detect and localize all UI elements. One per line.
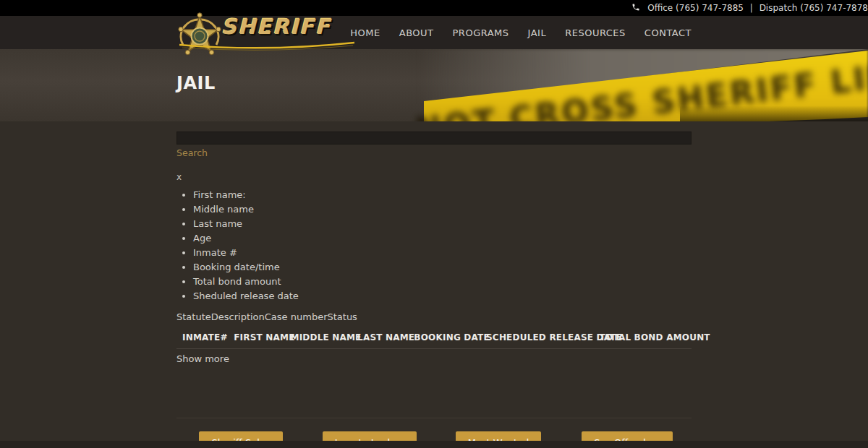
nav-item[interactable]: ABOUT	[399, 27, 434, 38]
nav-item[interactable]: JAIL	[528, 27, 547, 38]
table-header-cell: SCHEDULED RELEASE DATE	[480, 329, 594, 349]
table-header-cell: FIRST NAME	[228, 329, 284, 349]
table-header-cell: BOOKING DATE	[408, 329, 480, 349]
filter-field-item: Booking date/time	[193, 262, 692, 272]
site-header: SHERIFF HOME ABOUT PROGRAMS JAIL RESOURC…	[0, 16, 868, 49]
page-title: JAIL	[176, 73, 216, 93]
filter-field-item: First name:	[193, 190, 692, 199]
filter-field-list: First name: Middle name Last name Age In…	[176, 190, 692, 301]
table-header-cell: INMATE#	[176, 329, 228, 349]
close-x-link[interactable]: x	[176, 172, 185, 182]
phone-separator: |	[750, 3, 753, 13]
nav-item[interactable]: HOME	[350, 27, 380, 38]
show-more-link[interactable]: Show more	[176, 353, 229, 364]
table-header-row: INMATE# FIRST NAME MIDDLE NAME LAST NAME…	[176, 329, 692, 349]
hero-shadow	[680, 105, 868, 121]
sheriff-wordmark: SHERIFF	[221, 14, 331, 39]
filter-field-item: Inmate #	[193, 248, 692, 257]
sheriff-logo[interactable]: SHERIFF	[174, 7, 354, 65]
nav-item[interactable]: PROGRAMS	[453, 27, 509, 38]
search-link[interactable]: Search	[176, 147, 208, 158]
office-phone: Office (765) 747-7885	[647, 3, 744, 13]
filter-field-item: Sheduled release date	[193, 291, 692, 301]
footer-strip	[0, 441, 868, 448]
filter-field-item: Middle name	[193, 204, 692, 214]
inmate-table: INMATE# FIRST NAME MIDDLE NAME LAST NAME…	[176, 329, 692, 349]
filter-field-item: Total bond amount	[193, 277, 692, 286]
table-header-cell: LAST NAME	[352, 329, 408, 349]
section-divider	[176, 418, 692, 418]
search-input[interactable]	[176, 132, 692, 145]
table-header-cell: TOTAL BOND AMOUNT	[594, 329, 692, 349]
hero-banner: NOT CROSS SHERIFF LINE JAIL	[0, 49, 868, 121]
dispatch-phone: Dispatch (765) 747-7878	[760, 3, 868, 13]
nav-item[interactable]: CONTACT	[644, 27, 692, 38]
table-header-cell: MIDDLE NAME	[285, 329, 352, 349]
nav-item[interactable]: RESOURCES	[565, 27, 626, 38]
phone-icon	[631, 1, 640, 17]
topbar: Office (765) 747-7885 | Dispatch (765) 7…	[0, 0, 868, 16]
charge-columns-text: StatuteDescriptionCase numberStatus	[176, 311, 692, 322]
sheriff-star-badge-icon	[174, 7, 226, 68]
main-nav: HOME ABOUT PROGRAMS JAIL RESOURCES CONTA…	[331, 16, 692, 49]
main-content: Search x First name: Middle name Last na…	[176, 121, 692, 448]
filter-field-item: Last name	[193, 219, 692, 228]
filter-field-item: Age	[193, 233, 692, 243]
logo-swoosh	[175, 40, 357, 55]
